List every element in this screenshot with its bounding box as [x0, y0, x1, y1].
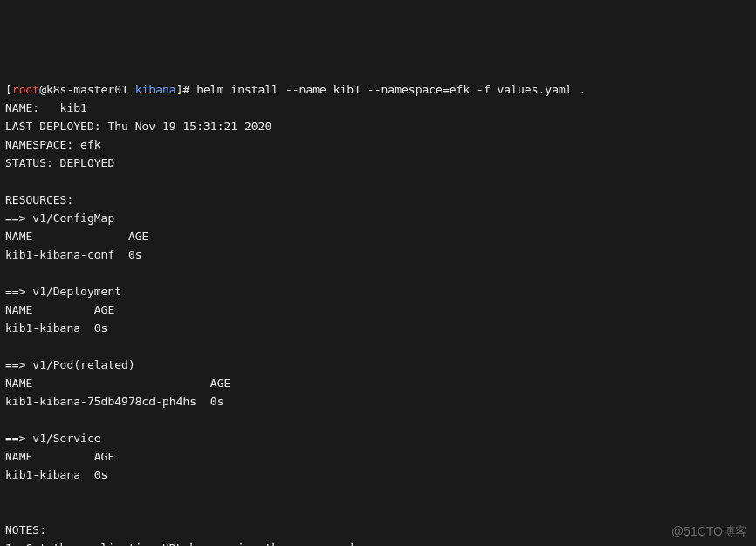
section-deployment-row: kib1-kibana 0s	[5, 321, 107, 335]
section-service-cols: NAME AGE	[5, 450, 114, 463]
watermark: @51CTO博客	[671, 522, 747, 541]
section-configmap-header: ==> v1/ConfigMap	[5, 211, 114, 225]
section-deployment-header: ==> v1/Deployment	[5, 285, 121, 298]
command-text: helm install --name kib1 --namespace=efk…	[196, 83, 586, 96]
section-configmap-cols: NAME AGE	[5, 230, 148, 243]
section-pod-header: ==> v1/Pod(related)	[5, 358, 135, 371]
section-pod-row: kib1-kibana-75db4978cd-ph4hs 0s	[5, 395, 223, 408]
output-status: STATUS: DEPLOYED	[5, 156, 114, 169]
section-deployment-cols: NAME AGE	[5, 303, 114, 316]
terminal[interactable]: [root@k8s-master01 kibana]# helm install…	[5, 80, 751, 546]
notes-label: NOTES:	[5, 523, 46, 536]
prompt-host: @k8s-master01	[39, 83, 135, 96]
notes-line-1: 1. Get the application URL by running th…	[5, 542, 368, 546]
prompt-dir: kibana	[135, 83, 176, 96]
section-pod-cols: NAME AGE	[5, 377, 230, 390]
output-last-deployed: LAST DEPLOYED: Thu Nov 19 15:31:21 2020	[5, 120, 271, 133]
section-service-header: ==> v1/Service	[5, 432, 101, 445]
section-configmap-row: kib1-kibana-conf 0s	[5, 248, 142, 261]
section-service-row: kib1-kibana 0s	[5, 468, 107, 481]
resources-label: RESOURCES:	[5, 193, 73, 206]
prompt-open: [	[5, 83, 12, 96]
output-namespace: NAMESPACE: efk	[5, 138, 101, 151]
prompt-close: ]#	[176, 83, 196, 96]
output-name: NAME: kib1	[5, 101, 87, 114]
prompt-user: root	[12, 83, 39, 96]
